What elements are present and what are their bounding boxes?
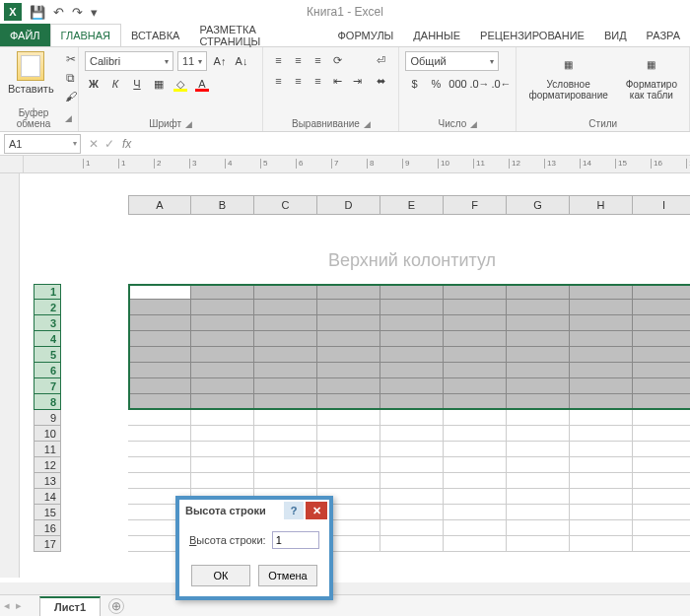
cell[interactable] [380, 426, 444, 442]
cell[interactable] [254, 347, 317, 363]
cell[interactable] [570, 457, 633, 473]
cell[interactable] [633, 520, 690, 536]
cell[interactable] [317, 442, 380, 457]
cell[interactable] [191, 442, 254, 457]
cell[interactable] [507, 300, 570, 315]
cell[interactable] [254, 426, 317, 442]
cut-icon[interactable]: ✂ [62, 51, 80, 67]
tab-review[interactable]: РЕЦЕНЗИРОВАНИЕ [470, 24, 594, 46]
align-right-icon[interactable]: ≡ [309, 72, 326, 90]
align-left-icon[interactable]: ≡ [269, 72, 287, 90]
cell[interactable] [507, 457, 570, 473]
name-box[interactable]: A1 [4, 134, 81, 154]
cell[interactable] [633, 363, 690, 378]
save-icon[interactable]: 💾 [30, 5, 45, 20]
cell[interactable] [254, 473, 317, 489]
comma-icon[interactable]: 000 [448, 75, 466, 93]
cell[interactable] [254, 284, 317, 300]
cell[interactable] [254, 442, 317, 457]
cell[interactable] [191, 426, 254, 442]
tab-insert[interactable]: ВСТАВКА [121, 24, 189, 46]
cell[interactable] [128, 347, 191, 363]
cell[interactable] [254, 331, 317, 347]
cell[interactable] [507, 331, 570, 347]
align-middle-icon[interactable]: ≡ [289, 51, 307, 69]
format-as-table-button[interactable]: ▦ Форматиро как табли [620, 51, 683, 101]
align-bottom-icon[interactable]: ≡ [309, 51, 326, 69]
cell[interactable] [317, 363, 380, 378]
cell[interactable] [444, 331, 507, 347]
cell[interactable] [380, 457, 444, 473]
cell[interactable] [444, 505, 507, 520]
sheet-nav-prev-icon[interactable]: ◂ [4, 599, 10, 612]
dialog-titlebar[interactable]: Высота строки ? ✕ [179, 500, 329, 521]
dialog-help-button[interactable]: ? [284, 502, 304, 519]
column-header[interactable]: G [507, 195, 570, 215]
ok-button[interactable]: ОК [191, 565, 250, 586]
cell[interactable] [254, 300, 317, 315]
cell[interactable] [633, 536, 690, 552]
cell[interactable] [380, 378, 444, 394]
cell[interactable] [507, 410, 570, 426]
cell[interactable] [507, 378, 570, 394]
cell[interactable] [128, 284, 191, 300]
decrease-decimal-icon[interactable]: .0← [492, 75, 510, 93]
cancel-button[interactable]: Отмена [258, 565, 317, 586]
cell[interactable] [191, 331, 254, 347]
cell[interactable] [444, 410, 507, 426]
undo-icon[interactable]: ↶ [53, 5, 64, 20]
currency-icon[interactable]: $ [405, 75, 423, 93]
cell[interactable] [380, 331, 444, 347]
cell[interactable] [380, 536, 444, 552]
cell[interactable] [570, 363, 633, 378]
cell[interactable] [633, 347, 690, 363]
cell[interactable] [128, 410, 191, 426]
cell[interactable] [570, 426, 633, 442]
tab-home[interactable]: ГЛАВНАЯ [50, 24, 121, 46]
cell[interactable] [570, 347, 633, 363]
cell[interactable] [633, 489, 690, 505]
cell[interactable] [191, 410, 254, 426]
row-header[interactable]: 12 [34, 457, 61, 473]
cell[interactable] [633, 378, 690, 394]
tab-formulas[interactable]: ФОРМУЛЫ [327, 24, 403, 46]
column-header[interactable]: B [191, 195, 254, 215]
underline-button[interactable]: Ч [128, 75, 146, 93]
cell[interactable] [191, 394, 254, 410]
number-format-select[interactable]: Общий [405, 51, 499, 71]
cell[interactable] [317, 426, 380, 442]
cell[interactable] [444, 520, 507, 536]
fx-icon[interactable]: fx [122, 137, 131, 151]
tab-developer[interactable]: РАЗРА [637, 24, 690, 46]
font-size-select[interactable]: 11 [177, 51, 207, 71]
cell[interactable] [128, 315, 191, 331]
cell[interactable] [444, 457, 507, 473]
cell[interactable] [380, 442, 444, 457]
cell[interactable] [128, 473, 191, 489]
row-header[interactable]: 8 [34, 394, 61, 410]
cell[interactable] [191, 457, 254, 473]
cell[interactable] [444, 536, 507, 552]
percent-icon[interactable]: % [427, 75, 445, 93]
merge-center-icon[interactable]: ⬌ [372, 72, 389, 90]
tab-page-layout[interactable]: РАЗМЕТКА СТРАНИЦЫ [189, 24, 327, 46]
align-top-icon[interactable]: ≡ [269, 51, 287, 69]
cell[interactable] [570, 378, 633, 394]
cell[interactable] [633, 394, 690, 410]
cell[interactable] [380, 284, 444, 300]
row-header[interactable]: 5 [34, 347, 61, 363]
cell[interactable] [633, 442, 690, 457]
cell[interactable] [570, 410, 633, 426]
cell[interactable] [128, 378, 191, 394]
cell[interactable] [570, 505, 633, 520]
format-painter-icon[interactable]: 🖌 [62, 89, 80, 104]
wrap-text-icon[interactable]: ⏎ [372, 51, 389, 69]
qat-more-icon[interactable]: ▾ [91, 5, 98, 20]
cell[interactable] [507, 315, 570, 331]
cancel-formula-icon[interactable]: ✕ [89, 137, 99, 151]
clipboard-launcher-icon[interactable]: ◢ [65, 113, 72, 123]
row-header[interactable]: 3 [34, 315, 61, 331]
cell[interactable] [444, 442, 507, 457]
row-header[interactable]: 7 [34, 378, 61, 394]
bold-button[interactable]: Ж [85, 75, 103, 93]
